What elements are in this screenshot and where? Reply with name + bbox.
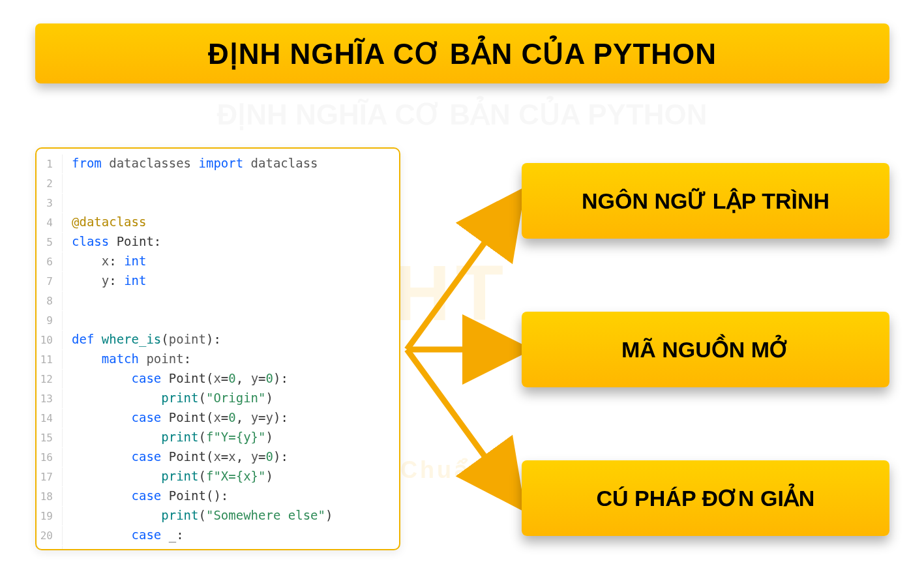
title-text: ĐỊNH NGHĨA CƠ BẢN CỦA PYTHON: [208, 37, 717, 70]
line-number: 8: [37, 291, 63, 310]
line-number: 2: [37, 174, 63, 193]
feature-box-2: MÃ NGUỒN MỞ: [522, 312, 889, 387]
line-number: 5: [37, 233, 63, 252]
arrow-up-icon: [407, 201, 515, 349]
line-number: 11: [37, 350, 63, 369]
line-number: 7: [37, 272, 63, 291]
line-number: 17: [37, 468, 63, 486]
line-number: 6: [37, 252, 63, 271]
line-number: 20: [37, 526, 63, 545]
line-number: 3: [37, 194, 63, 213]
feature-label: NGÔN NGỮ LẬP TRÌNH: [582, 188, 829, 214]
line-number: 12: [37, 370, 63, 389]
code-snippet-panel: 1from dataclasses import dataclass 2 3 4…: [35, 147, 400, 550]
line-number: 19: [37, 507, 63, 526]
title-banner: ĐỊNH NGHĨA CƠ BẢN CỦA PYTHON: [35, 23, 889, 83]
line-number: 18: [37, 487, 63, 506]
arrows-svg: [400, 147, 522, 550]
line-number: 15: [37, 428, 63, 447]
code-lines: 1from dataclasses import dataclass 2 3 4…: [37, 149, 399, 550]
line-number: 14: [37, 409, 63, 428]
line-number: 10: [37, 331, 63, 349]
feature-label: CÚ PHÁP ĐƠN GIẢN: [597, 485, 815, 511]
line-number: 9: [37, 311, 63, 330]
feature-label: MÃ NGUỒN MỞ: [621, 336, 790, 363]
faded-title-reflection: ĐỊNH NGHĨA CƠ BẢN CỦA PYTHON: [0, 98, 924, 131]
feature-box-1: NGÔN NGỮ LẬP TRÌNH: [522, 163, 889, 239]
line-number: 13: [37, 389, 63, 408]
feature-box-3: CÚ PHÁP ĐƠN GIẢN: [522, 460, 889, 536]
line-number: 4: [37, 213, 63, 232]
line-number: 1: [37, 155, 63, 173]
line-number: 16: [37, 448, 63, 467]
arrow-down-icon: [407, 349, 515, 498]
line-number: 21: [37, 546, 63, 550]
